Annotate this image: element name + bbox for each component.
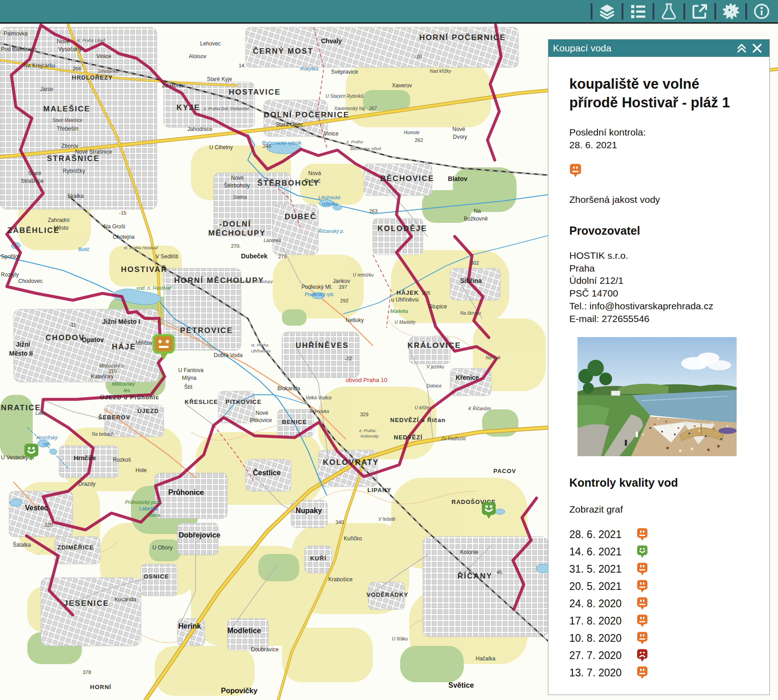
inspection-row[interactable]: 10. 8. 2020	[569, 629, 747, 647]
map-label: HÁJE	[112, 342, 136, 351]
map-label: Lada	[35, 411, 46, 416]
show-graph-link[interactable]: Zobrazit graf	[569, 503, 747, 516]
map-label: Na bebách	[92, 432, 114, 437]
operator-email: E-mail: 272655546	[569, 312, 747, 325]
operator-name: HOSTIK s.r.o.	[569, 249, 747, 262]
map-label: Nupaky	[296, 507, 322, 514]
toolbar-separator	[683, 3, 685, 20]
operator-city: Praha	[569, 262, 747, 275]
site-title: koupaliště ve volné přírodě Hostivař - p…	[569, 75, 747, 112]
map-label: Obora	[146, 512, 161, 518]
map-label: Dubeček	[241, 252, 268, 260]
map-label: Za Horou	[162, 82, 185, 89]
inspection-row[interactable]: 28. 6. 2021	[569, 526, 747, 543]
layers-icon[interactable]	[597, 1, 617, 21]
close-panel-icon[interactable]	[749, 41, 765, 55]
map-label: PITKOVICE	[226, 398, 261, 405]
map-label: Herink	[178, 622, 201, 630]
map-label: Velká Vodice	[306, 395, 332, 400]
inspection-status-icon	[637, 649, 648, 662]
info-icon[interactable]	[752, 1, 772, 21]
map-label: -DOLNÍ	[219, 220, 251, 228]
map-label: Litožnické	[318, 195, 341, 200]
map-label: Počernický rybník	[262, 140, 301, 146]
map-label: Jižní	[16, 341, 30, 348]
map-label: Lázenka	[264, 238, 281, 243]
map-label: ÚJEZD u Průhonic	[100, 394, 159, 401]
map-label: U remízku	[353, 272, 374, 277]
toolbar-separator	[622, 3, 623, 20]
map-label: U Fantova	[178, 367, 204, 373]
map-label: BENICE	[282, 418, 307, 425]
map-label: Vestec	[25, 504, 48, 512]
map-label: Kocanda	[115, 596, 136, 603]
map-label: U Starých Rybníků	[326, 94, 364, 99]
map-label: Strašnice	[21, 178, 44, 184]
legend-list-icon[interactable]	[628, 1, 648, 21]
flask-icon[interactable]	[659, 1, 679, 21]
map-label: Rybníčky	[63, 168, 85, 174]
map-label: Štěrboholy	[224, 182, 250, 189]
inspection-date: 20. 5. 2021	[569, 580, 637, 593]
map-label: Vysočany	[58, 46, 82, 52]
map-label: Nové	[57, 38, 70, 45]
map-label: HÁJEK	[397, 289, 419, 296]
map-label: z. Praha-	[359, 428, 377, 433]
map-label: Jižní Město I	[102, 318, 140, 325]
map-label: 340	[336, 519, 344, 525]
inspection-row[interactable]: 31. 5. 2021	[569, 560, 747, 578]
inspection-status-icon	[637, 666, 648, 680]
map-label: Blokanda	[277, 385, 300, 392]
inspection-date: 10. 8. 2020	[569, 632, 637, 645]
inspection-list: 28. 6. 202114. 6. 202131. 5. 202120. 5. …	[569, 526, 747, 681]
map-label: -11	[69, 322, 76, 327]
inspection-row[interactable]: 24. 8. 2020	[569, 595, 747, 612]
map-label: 45.	[497, 569, 503, 575]
inspection-row[interactable]: 13. 7. 2020	[569, 664, 747, 681]
share-icon[interactable]	[690, 1, 710, 21]
map-label: Na	[474, 208, 481, 214]
inspection-row[interactable]: 17. 8. 2020	[569, 612, 747, 629]
map-label: rybníky	[322, 201, 339, 206]
map-label: DUBEČ	[285, 212, 316, 221]
map-label: Průhonický park	[125, 499, 161, 505]
map-label: U šťáku	[392, 636, 408, 641]
inspection-date: 14. 6. 2021	[569, 546, 637, 558]
map-label: HRDLOŘEZY	[72, 74, 113, 81]
map-label: z. Praha-	[346, 139, 364, 144]
bacteria-icon[interactable]	[721, 1, 741, 21]
inspection-row[interactable]: 27. 7. 2020	[569, 647, 747, 664]
inspection-row[interactable]: 20. 5. 2021	[569, 578, 747, 595]
inspection-date: 13. 7. 2020	[569, 667, 637, 679]
inspection-date: 24. 8. 2020	[569, 598, 637, 610]
map-label: KYJE	[176, 103, 200, 112]
toolbar-separator	[591, 3, 592, 20]
map-label: Blatov	[448, 175, 467, 182]
map-label: HORNÍ POČERNICE	[419, 33, 506, 42]
map-label: Palmovka	[4, 30, 28, 37]
map-label: Kuřičko	[344, 535, 362, 542]
map-label: Kolovraty	[361, 433, 379, 438]
map-label: JESENICE	[64, 599, 109, 608]
map-label: Rokytka	[300, 66, 318, 71]
map-label: Slatina	[233, 195, 247, 200]
map-label: U Markéty	[395, 320, 416, 325]
map-label: Modletice	[227, 627, 261, 635]
map-label: st. Praha Hostivař	[124, 245, 159, 250]
map-label: Dobřejovice	[179, 531, 221, 539]
map-label: U Cihelny	[209, 144, 233, 151]
map-label: les	[124, 388, 131, 393]
map-label: KUŘÍ	[310, 555, 326, 562]
map-label: 297	[339, 284, 347, 290]
toolbar-separator	[714, 3, 716, 20]
map-label: obvod Praha 10	[346, 377, 387, 383]
map-label: ŘÍČANY	[457, 572, 492, 580]
inspection-row[interactable]: 14. 6. 2021	[569, 543, 747, 560]
map-label: Za Radhoští	[441, 436, 467, 441]
inspection-status-icon	[637, 631, 648, 645]
map-label: Smetanka	[98, 69, 118, 74]
map-label: Na škrobu	[460, 311, 481, 316]
collapse-panel-icon[interactable]	[734, 41, 749, 55]
map-label: Nové	[231, 175, 244, 181]
map-label: Dubeč	[305, 178, 321, 184]
